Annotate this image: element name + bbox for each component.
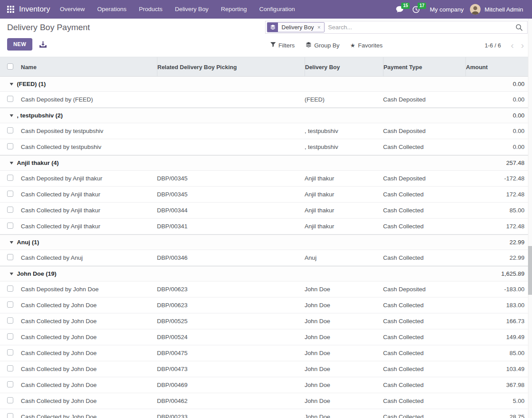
nav-item-delivery-boy[interactable]: Delivery Boy xyxy=(169,0,215,19)
nav-item-products[interactable]: Products xyxy=(133,0,168,19)
table-row[interactable]: Cash Collected by Anjil thakur DBP/00341… xyxy=(0,219,532,234)
search-facet-label: Delivery Boy xyxy=(282,24,314,31)
row-checkbox-cell xyxy=(0,191,21,198)
caret-down-icon[interactable] xyxy=(10,273,13,275)
user-avatar[interactable] xyxy=(470,4,481,15)
table-row[interactable]: Cash Collected by Anjil thakur DBP/00345… xyxy=(0,187,532,203)
table-row[interactable]: Cash Collected by John Doe DBP/00475 Joh… xyxy=(0,345,532,361)
row-checkbox[interactable] xyxy=(7,349,13,355)
cell-amount: 28.75 xyxy=(466,414,532,418)
cell-picking: DBP/00462 xyxy=(157,398,305,404)
row-checkbox[interactable] xyxy=(7,127,13,133)
cell-delivery-boy: Anjil thakur xyxy=(305,191,383,198)
table-row[interactable]: Cash Collected by Anjil thakur DBP/00344… xyxy=(0,203,532,219)
company-switcher[interactable]: My company xyxy=(425,6,470,13)
group-row[interactable]: , testpubshiv (2) 0.00 xyxy=(0,108,532,123)
table-row[interactable]: Cash Deposited by Anjil thakur DBP/00345… xyxy=(0,171,532,187)
pager-range: 1-6 / 6 xyxy=(485,42,501,49)
row-checkbox[interactable] xyxy=(7,175,13,181)
row-checkbox[interactable] xyxy=(7,317,13,324)
nav-item-configuration[interactable]: Configuration xyxy=(253,0,301,19)
caret-down-icon[interactable] xyxy=(10,114,13,117)
caret-down-icon[interactable] xyxy=(10,162,13,164)
vertical-scrollbar-thumb[interactable] xyxy=(528,246,532,295)
nav-item-overview[interactable]: Overview xyxy=(54,0,91,19)
nav-item-operations[interactable]: Operations xyxy=(91,0,133,19)
row-checkbox-cell xyxy=(0,285,21,293)
search-icon[interactable] xyxy=(513,24,527,31)
row-checkbox[interactable] xyxy=(7,285,13,292)
filters-button[interactable]: Filters xyxy=(265,42,300,49)
cell-amount: 5.00 xyxy=(466,398,532,404)
new-button[interactable]: NEW xyxy=(7,38,32,51)
header-amount[interactable]: Amount xyxy=(466,57,532,77)
search-input[interactable] xyxy=(325,24,513,31)
row-checkbox[interactable] xyxy=(7,301,13,308)
cell-picking: DBP/00623 xyxy=(157,286,305,293)
favorites-button[interactable]: ★ Favorites xyxy=(345,42,388,49)
pager-previous-icon[interactable]: ‹ xyxy=(507,41,517,50)
caret-down-icon[interactable] xyxy=(10,241,13,244)
vertical-scrollbar-track[interactable] xyxy=(528,19,532,418)
row-checkbox[interactable] xyxy=(7,413,13,418)
export-download-icon[interactable] xyxy=(39,41,47,48)
cell-name: Cash Collected by John Doe xyxy=(21,334,157,340)
group-row[interactable]: Anjil thakur (4) 257.48 xyxy=(0,155,532,171)
row-checkbox[interactable] xyxy=(7,223,13,229)
row-checkbox[interactable] xyxy=(7,333,13,340)
row-checkbox-cell xyxy=(0,254,21,262)
cell-payment-type: Cash Collected xyxy=(383,350,466,356)
group-row[interactable]: Anuj (1) 22.99 xyxy=(0,234,532,250)
control-panel: Delivery Boy Payment NEW Delivery Boy × xyxy=(0,19,532,57)
table-row[interactable]: Cash Deposited by (FEED) (FEED) Cash Dep… xyxy=(0,92,532,108)
cell-delivery-boy: John Doe xyxy=(305,350,383,356)
user-menu[interactable]: Mitchell Admin xyxy=(481,6,525,13)
row-checkbox[interactable] xyxy=(7,365,13,371)
table-row[interactable]: Cash Collected by John Doe DBP/00524 Joh… xyxy=(0,329,532,345)
table-row[interactable]: Cash Collected by testpubshiv , testpubs… xyxy=(0,139,532,155)
group-by-button[interactable]: Group By xyxy=(300,42,345,49)
row-checkbox[interactable] xyxy=(7,397,13,403)
table-row[interactable]: Cash Collected by John Doe DBP/00469 Joh… xyxy=(0,377,532,393)
pager-next-icon[interactable]: › xyxy=(517,41,528,50)
cell-name: Cash Collected by John Doe xyxy=(21,414,157,418)
header-name[interactable]: Name xyxy=(21,64,157,70)
apps-grid-icon[interactable] xyxy=(7,6,14,13)
row-checkbox[interactable] xyxy=(7,191,13,197)
caret-down-icon[interactable] xyxy=(10,83,13,86)
select-all-checkbox[interactable] xyxy=(7,63,13,70)
table-row[interactable]: Cash Collected by John Doe DBP/00525 Joh… xyxy=(0,313,532,329)
row-checkbox[interactable] xyxy=(7,143,13,149)
table-row[interactable]: Cash Collected by John Doe DBP/00473 Joh… xyxy=(0,361,532,377)
header-delivery-boy[interactable]: Delivery Boy xyxy=(305,57,383,77)
nav-item-reporting[interactable]: Reporting xyxy=(215,0,253,19)
header-picking[interactable]: Related Delivery Boy Picking xyxy=(157,57,305,77)
cell-payment-type: Cash Collected xyxy=(383,334,466,340)
table-row[interactable]: Cash Collected by John Doe DBP/00623 Joh… xyxy=(0,297,532,313)
cell-payment-type: Cash Deposited xyxy=(383,96,466,103)
cell-delivery-boy: John Doe xyxy=(305,334,383,340)
row-checkbox[interactable] xyxy=(7,207,13,213)
cell-amount: 103.49 xyxy=(466,366,532,372)
app-name[interactable]: Inventory xyxy=(19,5,50,14)
group-row[interactable]: John Doe (19) 1,625.89 xyxy=(0,266,532,281)
messages-button[interactable]: 15 xyxy=(392,4,409,15)
group-amount-total: 1,625.89 xyxy=(501,270,532,277)
header-payment-type[interactable]: Payment Type xyxy=(383,57,466,77)
table-row[interactable]: Cash Collected by John Doe DBP/00462 Joh… xyxy=(0,393,532,409)
cell-name: Cash Deposited by Anjil thakur xyxy=(21,175,157,182)
cell-delivery-boy: John Doe xyxy=(305,382,383,388)
table-row[interactable]: Cash Deposited by testpubshiv , testpubs… xyxy=(0,123,532,139)
table-row[interactable]: Cash Collected by John Doe DBP/00233 Joh… xyxy=(0,409,532,418)
row-checkbox[interactable] xyxy=(7,381,13,387)
row-checkbox-cell xyxy=(0,317,21,325)
row-checkbox[interactable] xyxy=(7,96,13,102)
group-row[interactable]: (FEED) (1) 0.00 xyxy=(0,76,532,92)
row-checkbox[interactable] xyxy=(7,254,13,260)
table-row[interactable]: Cash Deposited by John Doe DBP/00623 Joh… xyxy=(0,281,532,297)
page-title: Delivery Boy Payment xyxy=(7,23,90,32)
cell-delivery-boy: John Doe xyxy=(305,398,383,404)
table-row[interactable]: Cash Collected by Anuj DBP/00346 Anuj Ca… xyxy=(0,250,532,266)
activities-button[interactable]: 17 xyxy=(409,4,425,15)
facet-remove-icon[interactable]: × xyxy=(317,24,321,31)
